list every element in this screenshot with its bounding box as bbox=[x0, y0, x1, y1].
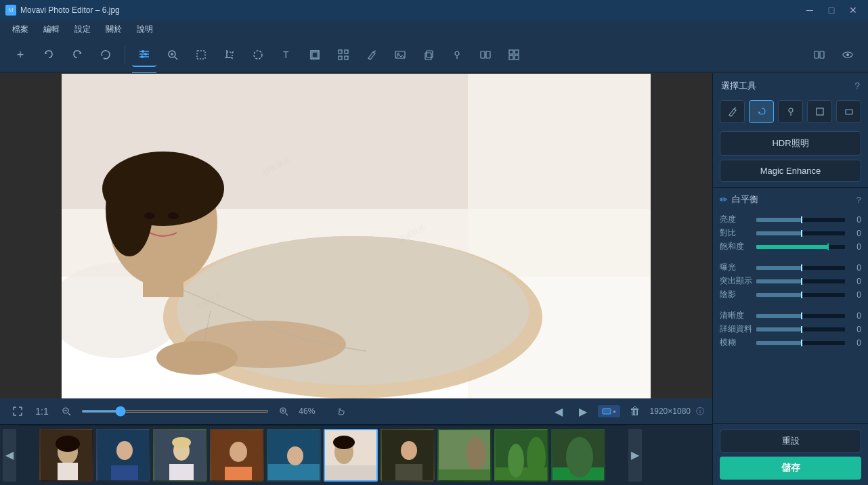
compare-button[interactable] bbox=[807, 43, 831, 67]
add-button[interactable]: + bbox=[8, 43, 32, 67]
filters-button[interactable] bbox=[132, 43, 156, 67]
crop-button[interactable] bbox=[217, 43, 242, 67]
exposure-row: 曝光 0 bbox=[720, 262, 861, 273]
maximize-button[interactable]: □ bbox=[822, 3, 841, 17]
save-button[interactable]: 儲存 bbox=[720, 457, 861, 480]
copy-button[interactable] bbox=[416, 43, 441, 67]
image-mode-icon bbox=[602, 408, 611, 415]
filmstrip-thumb-6[interactable] bbox=[324, 429, 378, 482]
detail-row: 詳細資料 0 bbox=[720, 323, 861, 335]
zoom-button[interactable] bbox=[160, 43, 185, 67]
filmstrip-thumb-10[interactable] bbox=[551, 429, 605, 482]
text-button[interactable]: T bbox=[274, 43, 299, 67]
hand-tool-button[interactable] bbox=[331, 402, 350, 421]
brush-select-tool[interactable] bbox=[720, 100, 745, 123]
svg-rect-35 bbox=[515, 55, 519, 60]
clarity-thumb bbox=[801, 313, 802, 319]
canvas-wrapper[interactable]: 搜狐娱乐 搜狐娱乐 搜狐娱乐 bbox=[0, 73, 712, 398]
minimize-button[interactable]: ─ bbox=[800, 3, 819, 17]
pattern-button[interactable] bbox=[331, 43, 355, 67]
clarity-row: 清晰度 0 bbox=[720, 310, 861, 321]
contrast-track bbox=[756, 231, 845, 235]
fullscreen-button[interactable] bbox=[8, 402, 27, 421]
selection-tools-row bbox=[713, 96, 868, 127]
select-button[interactable] bbox=[189, 43, 213, 67]
svg-rect-32 bbox=[509, 50, 513, 54]
filmstrip-thumb-7[interactable] bbox=[381, 429, 435, 482]
svg-line-102 bbox=[734, 108, 736, 109]
undo-button[interactable] bbox=[37, 43, 61, 67]
svg-point-97 bbox=[508, 444, 524, 478]
close-button[interactable]: ✕ bbox=[844, 3, 863, 17]
transform-button[interactable] bbox=[246, 43, 270, 67]
panel-title: 選擇工具 bbox=[721, 80, 756, 92]
menu-settings[interactable]: 設定 bbox=[68, 22, 97, 37]
svg-text:T: T bbox=[283, 49, 289, 60]
blur-row: 模糊 0 bbox=[720, 337, 861, 348]
title-bar: M Movavi Photo Editor – 6.jpg ─ □ ✕ bbox=[0, 0, 868, 20]
splitview-button[interactable] bbox=[473, 43, 498, 67]
filmstrip-thumb-8[interactable] bbox=[437, 429, 492, 482]
exposure-fill bbox=[756, 266, 801, 270]
prev-image-button[interactable]: ◀ bbox=[549, 402, 568, 421]
svg-rect-31 bbox=[486, 51, 490, 58]
highlights-track bbox=[756, 279, 845, 283]
refresh-button[interactable] bbox=[93, 43, 118, 67]
contrast-value: 0 bbox=[848, 229, 861, 238]
menu-file[interactable]: 檔案 bbox=[5, 22, 35, 37]
zoom-fit-button[interactable]: 1:1 bbox=[32, 402, 51, 421]
filmstrip-thumb-9[interactable] bbox=[494, 429, 548, 482]
svg-rect-81 bbox=[225, 467, 252, 482]
filmstrip-thumb-1[interactable] bbox=[39, 429, 93, 482]
saturation-label: 飽和度 bbox=[720, 241, 754, 252]
brightness-row: 亮度 0 bbox=[720, 214, 861, 225]
pin-select-tool[interactable] bbox=[778, 100, 803, 123]
menu-help[interactable]: 說明 bbox=[130, 22, 160, 37]
wb-help-button[interactable]: ? bbox=[856, 195, 861, 205]
svg-point-49 bbox=[106, 162, 153, 256]
filmstrip-thumb-5[interactable] bbox=[267, 429, 321, 482]
zoom-in-button[interactable] bbox=[274, 402, 293, 421]
filmstrip bbox=[19, 425, 626, 486]
brightness-label: 亮度 bbox=[720, 214, 754, 225]
panel-help-button[interactable]: ? bbox=[854, 80, 860, 91]
brush-button[interactable] bbox=[360, 43, 384, 67]
redo-button[interactable] bbox=[65, 43, 89, 67]
highlights-fill bbox=[756, 279, 801, 283]
clarity-label: 清晰度 bbox=[720, 310, 754, 321]
frame-button[interactable] bbox=[303, 43, 327, 67]
erase-select-tool[interactable] bbox=[836, 100, 861, 123]
rect-select-tool[interactable] bbox=[807, 100, 832, 123]
grid-button[interactable] bbox=[502, 43, 526, 67]
contrast-label: 對比 bbox=[720, 227, 754, 239]
info-button[interactable]: ⓘ bbox=[696, 406, 704, 417]
filmstrip-thumb-2[interactable] bbox=[96, 429, 150, 482]
magic-enhance-button[interactable]: Magic Enhance bbox=[720, 160, 861, 182]
svg-rect-27 bbox=[427, 51, 433, 57]
image-button[interactable] bbox=[388, 43, 412, 67]
zoom-out-button[interactable] bbox=[57, 402, 76, 421]
image-dimensions: 1920×1080 bbox=[650, 407, 691, 416]
exposure-thumb bbox=[801, 264, 802, 271]
reset-button[interactable]: 重設 bbox=[720, 430, 861, 453]
svg-rect-94 bbox=[439, 469, 492, 482]
saturation-value: 0 bbox=[848, 242, 861, 252]
panel-bottom: 重設 儲存 bbox=[713, 423, 868, 485]
filmstrip-next-button[interactable]: ▶ bbox=[628, 429, 642, 482]
filmstrip-prev-button[interactable]: ◀ bbox=[3, 429, 16, 482]
lasso-select-tool[interactable] bbox=[749, 100, 774, 123]
menu-about[interactable]: 關於 bbox=[99, 22, 129, 37]
svg-point-5 bbox=[141, 55, 144, 58]
filmstrip-thumb-4[interactable] bbox=[210, 429, 264, 482]
pin-button[interactable] bbox=[445, 43, 469, 67]
next-image-button[interactable]: ▶ bbox=[573, 402, 592, 421]
svg-point-101 bbox=[566, 437, 593, 478]
hdr-button[interactable]: HDR照明 bbox=[720, 131, 861, 156]
zoom-slider[interactable] bbox=[81, 410, 269, 413]
delete-button[interactable]: 🗑 bbox=[626, 402, 645, 421]
filmstrip-thumb-3[interactable] bbox=[153, 429, 207, 482]
svg-rect-34 bbox=[509, 55, 513, 60]
contrast-fill bbox=[756, 231, 801, 235]
preview-button[interactable] bbox=[836, 43, 860, 67]
menu-edit[interactable]: 編輯 bbox=[37, 22, 66, 37]
